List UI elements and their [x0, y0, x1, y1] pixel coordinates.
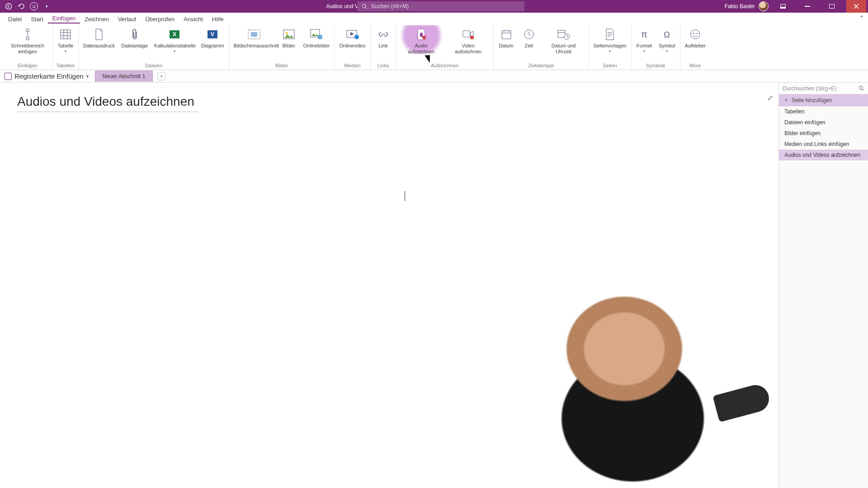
chevron-down-icon: ▾	[643, 49, 645, 53]
page-list: Tabellen Dateien einfügen Bilder einfüge…	[779, 106, 868, 488]
file-attachment-button[interactable]: Dateianlage	[118, 25, 151, 49]
table-button[interactable]: Tabelle ▾	[55, 25, 76, 53]
page-title[interactable]: Audios und Videos aufzeichnen	[17, 94, 198, 112]
pictures-button[interactable]: Bilder	[278, 25, 300, 49]
svg-point-0	[6, 4, 12, 9]
chevron-down-icon: ▾	[666, 49, 668, 53]
group-label: Dateien	[145, 62, 162, 70]
record-video-button[interactable]: Video aufzeichnen	[445, 25, 491, 54]
page-canvas[interactable]: Audios und Videos aufzeichnen ⤢	[0, 83, 778, 488]
stickers-button[interactable]: Aufkleber	[682, 25, 708, 49]
file-printout-button[interactable]: Dateiausdruck	[80, 25, 118, 49]
spreadsheet-button[interactable]: X Kalkulationstabelle ▾	[151, 25, 198, 53]
record-audio-button[interactable]: Audio aufzeichnen	[398, 25, 444, 54]
svg-rect-23	[420, 33, 423, 37]
page-templates-button[interactable]: Seitenvorlagen ▾	[591, 25, 629, 53]
online-pictures-button[interactable]: Onlinebilder	[301, 25, 333, 49]
svg-line-44	[862, 89, 863, 90]
add-page-button[interactable]: ＋ Seite hinzufügen	[779, 94, 868, 106]
group-einfuegen: Schreibbereich einfügen Einfügen	[3, 23, 53, 70]
date-button[interactable]: Datum	[495, 25, 517, 49]
screenshot-button[interactable]: Bildschirmausschnitt	[231, 25, 277, 49]
svg-rect-16	[251, 32, 257, 37]
tab-ansicht[interactable]: Ansicht	[179, 14, 208, 23]
svg-text:Ω: Ω	[664, 30, 670, 39]
svg-line-2	[365, 7, 367, 9]
svg-rect-6	[61, 30, 71, 39]
symbol-icon: Ω	[660, 27, 674, 42]
qat-customize-icon[interactable]: ▾	[42, 2, 51, 10]
calendar-icon	[499, 27, 514, 42]
group-label: Bilder	[275, 62, 288, 70]
search-input[interactable]	[371, 3, 520, 9]
link-button[interactable]: Link	[373, 25, 394, 49]
insert-space-button[interactable]: Schreibbereich einfügen	[5, 25, 51, 54]
tab-datei[interactable]: Datei	[4, 14, 26, 23]
file-print-icon	[92, 27, 106, 42]
online-video-button[interactable]: Onlinevideo	[336, 25, 368, 49]
page-search-input[interactable]	[783, 85, 859, 92]
group-label: Seiten	[603, 62, 617, 70]
expand-page-icon[interactable]: ⤢	[767, 94, 773, 102]
symbol-button[interactable]: Ω Symbol ▾	[656, 25, 678, 53]
time-button[interactable]: Zeit	[518, 25, 540, 49]
page-list-item[interactable]: Audios und Videos aufzeichnen	[779, 150, 868, 160]
paperclip-icon	[127, 27, 142, 42]
group-label: Tabellen	[57, 62, 75, 70]
svg-point-1	[363, 4, 366, 7]
chevron-down-icon: ▾	[86, 74, 89, 79]
visio-icon: V	[205, 27, 220, 42]
svg-point-22	[354, 35, 359, 39]
undo-icon[interactable]	[17, 2, 25, 10]
section-tab[interactable]: Neuer Abschnitt 1	[95, 70, 153, 82]
notebook-selector[interactable]: Registerkarte Einfügen ▾	[3, 71, 90, 81]
svg-point-18	[285, 32, 288, 34]
group-aufzeichnen: Audio aufzeichnen Video aufzeichnen Aufz…	[396, 23, 494, 70]
tab-ueberpruefen[interactable]: Überprüfen	[141, 14, 179, 23]
main-area: Audios und Videos aufzeichnen ⤢ ＋ Seite …	[0, 83, 868, 488]
collapse-ribbon-icon[interactable]: ⌃	[859, 14, 864, 22]
svg-rect-27	[502, 31, 511, 39]
link-icon	[376, 27, 391, 42]
svg-point-41	[693, 33, 694, 34]
tab-zeichnen[interactable]: Zeichnen	[80, 14, 113, 23]
svg-text:V: V	[211, 31, 214, 38]
webcam-overlay	[498, 289, 778, 488]
page-list-item[interactable]: Dateien einfügen	[779, 117, 868, 128]
equation-button[interactable]: π Formel ▾	[633, 25, 655, 53]
close-button[interactable]	[846, 0, 866, 13]
group-symbole: π Formel ▾ Ω Symbol ▾ Symbole	[632, 23, 680, 70]
group-dateien: Dateiausdruck Dateianlage X Kalkulations…	[79, 23, 229, 70]
page-list-item[interactable]: Medien und Links einfügen	[779, 139, 868, 150]
datetime-button[interactable]: Datum und Uhrzeit	[541, 25, 587, 54]
table-icon	[58, 27, 73, 42]
tab-einfuegen[interactable]: Einfügen	[48, 13, 80, 23]
diagram-button[interactable]: V Diagramm	[198, 25, 227, 49]
page-list-item[interactable]: Tabellen	[779, 106, 868, 117]
maximize-button[interactable]	[822, 0, 842, 13]
tab-verlauf[interactable]: Verlauf	[113, 14, 141, 23]
audio-record-icon	[414, 27, 429, 42]
text-caret	[405, 191, 405, 201]
notebook-name: Registerkarte Einfügen	[14, 72, 84, 80]
svg-point-24	[422, 36, 426, 39]
group-label: Einfügen	[18, 62, 37, 70]
page-list-item[interactable]: Bilder einfügen	[779, 128, 868, 139]
page-template-icon	[603, 27, 617, 42]
group-links: Link Links	[371, 23, 396, 70]
back-icon[interactable]	[5, 2, 13, 10]
sync-icon[interactable]: ☺	[30, 2, 38, 10]
chevron-down-icon: ▾	[609, 49, 611, 53]
tab-hilfe[interactable]: Hilfe	[208, 14, 228, 23]
tab-start[interactable]: Start	[26, 14, 47, 23]
ribbon-display-icon[interactable]	[773, 0, 793, 13]
minimize-button[interactable]	[797, 0, 817, 13]
user-account[interactable]: Fabio Basler	[725, 1, 769, 11]
search-box[interactable]	[357, 1, 524, 11]
notebook-icon	[5, 73, 12, 80]
group-bilder: Bildschirmausschnitt Bilder Onlinebilder…	[229, 23, 335, 70]
add-section-button[interactable]: ＋	[157, 72, 165, 80]
svg-rect-3	[26, 29, 29, 32]
page-search[interactable]	[779, 83, 868, 94]
group-zeitstempel: Datum Zeit Datum und Uhrzeit Zeitstempel	[494, 23, 589, 70]
